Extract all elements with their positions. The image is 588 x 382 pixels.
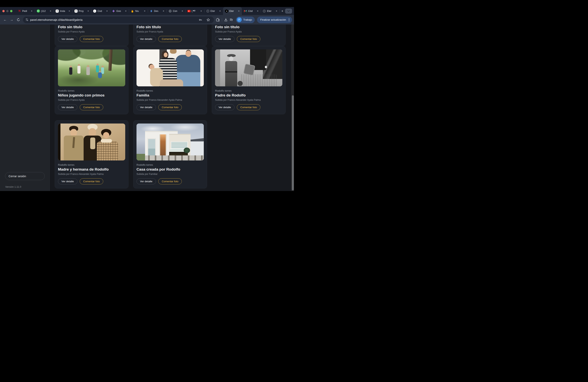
back-button[interactable]: ← xyxy=(2,17,8,23)
window-controls xyxy=(2,10,12,12)
tab-title: Cód xyxy=(248,10,255,12)
close-tab-icon[interactable]: × xyxy=(105,10,108,13)
profile-chip[interactable]: F Trabajo xyxy=(236,17,255,23)
close-tab-icon[interactable]: × xyxy=(256,10,259,13)
browser-tab-insta-2[interactable]: ✳Insta× xyxy=(54,7,73,15)
photo-thumbnail-padre[interactable] xyxy=(215,49,282,86)
browser-tab-con-8[interactable]: Con× xyxy=(167,7,186,15)
tab-title: Pedi xyxy=(22,10,29,12)
page-content: Cerrar sesión Versión 1.11.0 Foto sin tí… xyxy=(0,24,294,191)
comment-photo-button[interactable]: Comentar foto xyxy=(80,178,104,184)
profile-avatar: F xyxy=(237,17,242,22)
photo-thumbnail-casa[interactable] xyxy=(136,124,204,160)
close-tab-icon[interactable]: × xyxy=(49,10,52,13)
browser-tab-goo-5[interactable]: Goo× xyxy=(110,7,129,15)
openai-logo-icon: ✳ xyxy=(56,10,59,13)
scrollbar-thumb[interactable] xyxy=(292,95,294,191)
comment-photo-button[interactable]: Comentar foto xyxy=(158,36,182,42)
view-detail-button[interactable]: Ver detalle xyxy=(215,36,234,42)
address-bar[interactable]: panel.eternohomenaje.cl/dashboard/galeri… xyxy=(23,17,214,23)
comment-photo-button[interactable]: Comentar foto xyxy=(237,104,261,110)
browser-tab-eter-10[interactable]: Eter× xyxy=(204,7,223,15)
close-tab-icon[interactable]: × xyxy=(162,10,165,13)
tab-audio-speaker-icon[interactable] xyxy=(193,10,195,12)
view-detail-button[interactable]: Ver detalle xyxy=(136,36,156,42)
photo-thumbnail-familia[interactable] xyxy=(136,49,204,86)
close-tab-icon[interactable]: × xyxy=(237,10,240,13)
url-text[interactable]: panel.eternohomenaje.cl/dashboard/galeri… xyxy=(30,18,196,21)
tab-title: Proy xyxy=(79,10,85,12)
close-tab-icon[interactable]: × xyxy=(30,10,33,13)
photo-card-1: Foto sin títuloSubida por Franco AyalaVe… xyxy=(133,24,207,46)
view-detail-button[interactable]: Ver detalle xyxy=(58,36,77,42)
close-tab-icon[interactable]: × xyxy=(181,10,184,13)
back-arrow-icon: ← xyxy=(3,18,7,22)
browser-tab-cd-12[interactable]: Cód× xyxy=(242,7,261,15)
view-detail-button[interactable]: Ver detalle xyxy=(136,178,156,184)
tab-list: NPedi×99+(112×✳Insta×✳Proy×>_Cod×Goo×Niu… xyxy=(16,7,280,15)
card-actions: Ver detalleComentar foto xyxy=(136,104,204,110)
card-actions: Ver detalleComentar foto xyxy=(58,178,125,184)
zoom-window-button[interactable] xyxy=(10,10,12,12)
comment-photo-button[interactable]: Comentar foto xyxy=(237,36,261,42)
eternohomenaje-logo-icon xyxy=(206,10,210,13)
photo-title: Foto sin título xyxy=(215,24,282,30)
view-detail-button[interactable]: Ver detalle xyxy=(215,104,234,110)
view-detail-button[interactable]: Ver detalle xyxy=(136,104,156,110)
close-tab-icon[interactable]: × xyxy=(68,10,71,13)
page-scrollbar[interactable] xyxy=(291,24,294,191)
browser-tab-eter-13[interactable]: Eter× xyxy=(261,7,280,15)
eternohomenaje-logo-icon xyxy=(263,10,266,13)
view-detail-button[interactable]: Ver detalle xyxy=(58,104,77,110)
forward-button[interactable]: → xyxy=(9,17,15,23)
close-tab-icon[interactable]: × xyxy=(275,10,278,13)
photo-card-0: Foto sin títuloSubida por Franco AyalaVe… xyxy=(55,24,128,46)
logout-button[interactable]: Cerrar sesión xyxy=(5,172,45,180)
media-controls-icon[interactable] xyxy=(229,17,234,22)
extensions-icon[interactable] xyxy=(215,17,221,22)
photo-uploader: Subida por Franco Ayala xyxy=(58,98,125,102)
tab-title: Goo xyxy=(116,10,123,12)
browser-tab-niu-6[interactable]: Niu× xyxy=(129,7,148,15)
passwords-key-icon[interactable] xyxy=(198,17,203,22)
tab-search-button[interactable] xyxy=(285,9,292,14)
close-tab-icon[interactable]: × xyxy=(124,10,127,13)
photo-thumbnail-ninos[interactable] xyxy=(58,49,125,86)
view-detail-button[interactable]: Ver detalle xyxy=(58,178,77,184)
bookmark-star-icon[interactable] xyxy=(206,17,211,22)
tab-title: Niu xyxy=(135,10,142,12)
close-tab-icon[interactable]: × xyxy=(86,10,90,13)
close-tab-icon[interactable]: × xyxy=(143,10,146,13)
photo-uploader: Subida por Franco Ayala xyxy=(58,30,125,34)
minimize-window-button[interactable] xyxy=(6,10,9,12)
close-tab-icon[interactable]: × xyxy=(218,10,221,13)
browser-tab-des-7[interactable]: Des× xyxy=(148,7,167,15)
photo-uploader: Subida por Franco Alexander Ayala Palma xyxy=(136,98,204,102)
photo-thumbnail-madre[interactable] xyxy=(58,124,125,160)
photo-title: Casa creada por Rodolfo xyxy=(136,167,204,172)
browser-tab--9[interactable]: ▶(× xyxy=(186,7,204,15)
card-actions: Ver detalleComentar foto xyxy=(58,104,125,110)
photo-card-4: Rodolfo torresFamiliaSubida por Franco A… xyxy=(133,46,207,114)
new-tab-button[interactable]: + xyxy=(280,9,285,13)
comment-photo-button[interactable]: Comentar foto xyxy=(158,178,182,184)
finish-update-button[interactable]: Finalizar actualización xyxy=(257,17,292,23)
vercel-logo-icon: ▲ xyxy=(225,10,228,13)
browser-tab-proy-3[interactable]: ✳Proy× xyxy=(73,7,91,15)
browser-tab-pedi-0[interactable]: NPedi× xyxy=(16,7,35,15)
browser-menu-kebab-icon[interactable] xyxy=(288,18,290,22)
reload-button[interactable] xyxy=(15,17,21,23)
comment-photo-button[interactable]: Comentar foto xyxy=(80,104,104,110)
comment-photo-button[interactable]: Comentar foto xyxy=(80,36,104,42)
macos-menubar xyxy=(0,0,294,7)
browser-tab-eter-11[interactable]: ▲Eter× xyxy=(223,7,242,15)
card-actions: Ver detalleComentar foto xyxy=(136,178,204,184)
browser-tab-cod-4[interactable]: >_Cod× xyxy=(91,7,110,15)
browser-tab-112-1[interactable]: 99+(112× xyxy=(35,7,54,15)
close-window-button[interactable] xyxy=(2,10,5,12)
site-settings-icon[interactable] xyxy=(25,18,29,21)
downloads-icon[interactable] xyxy=(223,17,229,22)
close-tab-icon[interactable]: × xyxy=(200,10,203,13)
comment-photo-button[interactable]: Comentar foto xyxy=(158,104,182,110)
memorial-owner-name: Rodolfo torres xyxy=(136,163,204,167)
